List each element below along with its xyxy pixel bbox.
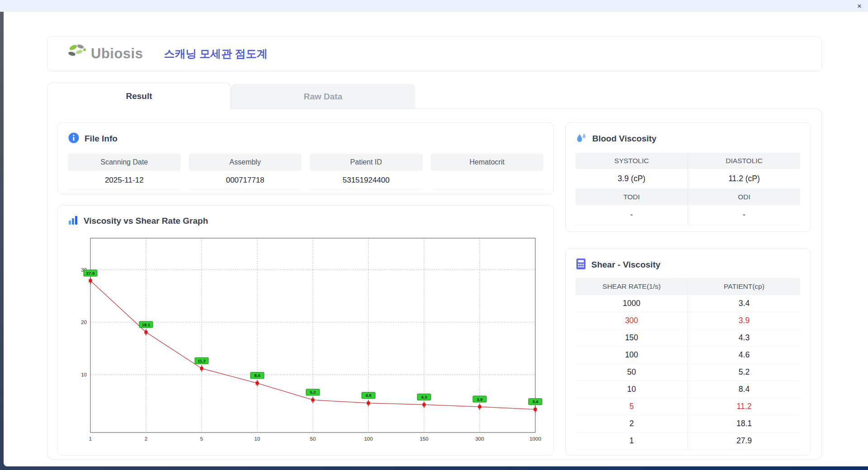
- shear-rate-cell: 100: [576, 347, 688, 364]
- field-value: 000717718: [189, 171, 302, 189]
- shear-viscosity-panel: Shear - Viscosity SHEAR RATE(1/s) PATIEN…: [565, 249, 811, 456]
- close-icon[interactable]: ×: [857, 2, 862, 10]
- svg-text:11.2: 11.2: [198, 358, 206, 363]
- field-label: Scanning Date: [68, 154, 181, 171]
- ubiosis-logo-icon: [67, 43, 88, 64]
- field-label: Patient ID: [310, 154, 423, 171]
- field-label: Assembly: [189, 154, 302, 171]
- blood-viscosity-panel: Blood Viscosity SYSTOLIC DIASTOLIC 3.9 (…: [565, 122, 811, 232]
- shear-rate-cell: 1000: [576, 295, 688, 312]
- svg-text:3.4: 3.4: [532, 399, 538, 404]
- svg-text:27.9: 27.9: [86, 271, 95, 276]
- file-info-title: File Info: [85, 134, 118, 144]
- svg-text:10: 10: [255, 436, 260, 442]
- field-label: Hematocrit: [431, 154, 544, 171]
- svg-text:5: 5: [200, 436, 203, 442]
- svg-text:2: 2: [145, 436, 147, 442]
- calculator-icon: [576, 258, 586, 272]
- bar-chart-icon: [68, 215, 79, 227]
- svg-text:1: 1: [89, 436, 92, 442]
- odi-value: -: [688, 205, 800, 225]
- patient-cell: 3.4: [688, 295, 800, 312]
- svg-text:4.3: 4.3: [421, 395, 427, 400]
- brand-name: Ubiosis: [91, 46, 143, 62]
- systolic-value: 3.9 (cP): [576, 169, 688, 189]
- svg-text:10: 10: [81, 372, 87, 377]
- shear-rate-cell: 1: [576, 432, 688, 450]
- systolic-header: SYSTOLIC: [576, 153, 688, 169]
- graph-panel: Viscosity vs Shear Rate Graph 1020301251…: [57, 205, 554, 456]
- diastolic-value: 11.2 (cP): [688, 169, 800, 189]
- patient-cell: 11.2: [688, 398, 800, 415]
- todi-header: TODI: [576, 189, 688, 205]
- field-hematocrit: Hematocrit: [431, 154, 544, 189]
- window-titlebar: ×: [0, 0, 868, 12]
- table-row: 10 8.4: [576, 381, 800, 398]
- diastolic-header: DIASTOLIC: [688, 153, 800, 169]
- table-row: 5 11.2: [576, 398, 800, 415]
- table-row: 2 18.1: [576, 415, 800, 432]
- file-info-panel: File Info Scanning Date 2025-11-12 Assem…: [57, 122, 554, 194]
- patient-cell: 4.3: [688, 329, 800, 347]
- shear-rate-cell: 300: [576, 312, 688, 329]
- patient-cell: 4.6: [688, 347, 800, 364]
- svg-text:20: 20: [81, 320, 87, 325]
- field-scanning-date: Scanning Date 2025-11-12: [68, 154, 181, 189]
- app-window: Ubiosis 스캐닝 모세관 점도계 Result Raw Data: [4, 12, 868, 466]
- shear-rate-column-header: SHEAR RATE(1/s): [576, 278, 688, 295]
- svg-text:5.2: 5.2: [310, 390, 316, 395]
- shear-rate-cell: 2: [576, 415, 688, 432]
- svg-text:100: 100: [364, 436, 373, 442]
- viscosity-chart: 1020301251050100150300100027.918.111.28.…: [68, 233, 544, 444]
- brand: Ubiosis: [67, 43, 143, 64]
- field-assembly: Assembly 000717718: [189, 154, 302, 189]
- shear-rate-cell: 5: [576, 398, 688, 415]
- svg-text:50: 50: [310, 436, 316, 442]
- field-patient-id: Patient ID 53151924400: [310, 154, 423, 189]
- patient-cell: 5.2: [688, 364, 800, 381]
- tab-result[interactable]: Result: [47, 83, 231, 109]
- graph-title: Viscosity vs Shear Rate Graph: [84, 216, 208, 226]
- tab-bar: Result Raw Data: [47, 83, 822, 108]
- patient-cell: 3.9: [688, 312, 800, 329]
- patient-cell: 8.4: [688, 381, 800, 398]
- water-drop-icon: [576, 132, 587, 146]
- todi-value: -: [576, 205, 688, 225]
- odi-header: ODI: [688, 189, 800, 205]
- table-row: 100 4.6: [576, 347, 800, 364]
- main-card: File Info Scanning Date 2025-11-12 Assem…: [47, 108, 822, 460]
- svg-text:300: 300: [475, 436, 484, 442]
- shear-rate-cell: 10: [576, 381, 688, 398]
- svg-text:4.6: 4.6: [365, 393, 371, 398]
- patient-cell: 18.1: [688, 415, 800, 432]
- svg-text:18.1: 18.1: [142, 322, 151, 327]
- shear-viscosity-title: Shear - Viscosity: [591, 260, 660, 270]
- svg-text:1000: 1000: [529, 436, 541, 442]
- blood-viscosity-title: Blood Viscosity: [592, 134, 656, 144]
- table-row: 150 4.3: [576, 329, 800, 347]
- brand-card: Ubiosis 스캐닝 모세관 점도계: [47, 36, 822, 71]
- svg-text:8.4: 8.4: [254, 373, 260, 378]
- page-title: 스캐닝 모세관 점도계: [164, 47, 267, 61]
- table-row: 1 27.9: [576, 432, 800, 450]
- table-row: 50 5.2: [576, 364, 800, 381]
- patient-column-header: PATIENT(cp): [688, 278, 800, 295]
- info-icon: [68, 132, 80, 146]
- table-row: 1000 3.4: [576, 295, 800, 312]
- blood-viscosity-table: SYSTOLIC DIASTOLIC 3.9 (cP) 11.2 (cP) TO…: [576, 153, 800, 225]
- svg-text:3.9: 3.9: [476, 397, 482, 402]
- shear-rate-cell: 50: [576, 364, 688, 381]
- field-value: 2025-11-12: [68, 171, 181, 189]
- field-value: [431, 171, 544, 189]
- shear-viscosity-table: SHEAR RATE(1/s) PATIENT(cp) 1000 3.4 300…: [576, 278, 800, 450]
- field-value: 53151924400: [310, 171, 423, 189]
- svg-text:150: 150: [420, 436, 428, 442]
- patient-cell: 27.9: [688, 432, 800, 450]
- table-row: 300 3.9: [576, 312, 800, 329]
- tab-raw-data[interactable]: Raw Data: [231, 84, 415, 108]
- shear-rate-cell: 150: [576, 329, 688, 347]
